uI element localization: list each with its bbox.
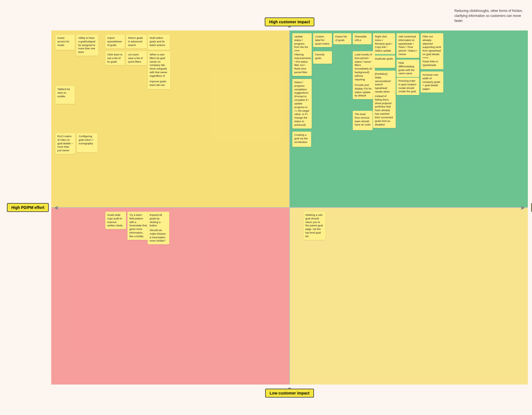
arrow-right-icon: ▶ (521, 204, 525, 211)
card-tr21[interactable]: Creating a goal via the omnibutton (292, 132, 311, 147)
card-tr4[interactable]: Shareable URLs (353, 33, 372, 44)
card-tr15[interactable]: Provide and display tTls for status upda… (353, 82, 375, 99)
card-tl4[interactable]: Return goals in advanced search (126, 35, 147, 48)
card-tr6[interactable]: Add contextual information to typeaheads… (397, 33, 419, 58)
card-tr19[interactable]: The toast from remove team should have a… (353, 111, 373, 130)
card-bl2[interactable]: Try a team field pattern with a hoversta… (127, 212, 149, 240)
card-bl1[interactable]: Goals-wide copy audit to improve written… (105, 212, 126, 229)
card-tr11[interactable]: Duplicate goals (373, 55, 395, 68)
arrow-left-icon: ◀ (54, 204, 58, 211)
card-tl12[interactable]: Configuring goal colors + iconography (77, 133, 98, 152)
matrix-wrapper: High customer impact Low customer impact… (51, 7, 528, 408)
horizontal-axis (51, 207, 528, 208)
card-tl1[interactable]: Guest access for Goals (55, 35, 75, 50)
card-tr12[interactable]: Help differentiating goals with the same… (397, 60, 419, 77)
card-br1[interactable]: Deleting a sub-goal should return you to… (303, 212, 326, 240)
card-tr18[interactable]: Increase max width of company goals + go… (421, 71, 443, 93)
card-bl4[interactable]: Should we make Mission & Description mor… (148, 227, 169, 244)
card-tr14[interactable]: Status / progress completion suggestions… (292, 79, 312, 129)
card-tr8[interactable]: Filtering improvements: • Put status fil… (292, 51, 312, 76)
card-tl6[interactable]: Click team to see a list of its goals (105, 51, 125, 65)
quadrant-bottom-left (51, 208, 290, 385)
card-tr10[interactable]: Load results of time period / status / o… (353, 51, 375, 86)
card-tr3[interactable]: Export list of goals (333, 33, 351, 44)
card-tr7[interactable]: Filter out already-attached supporting w… (421, 33, 443, 62)
card-tr17[interactable]: Pressing enter in goal creation modal sh… (397, 78, 419, 95)
card-tl11[interactable]: RACI matrix of roles on goal details – m… (55, 133, 75, 154)
low-customer-label: Low customer impact (265, 389, 314, 398)
matrix-layout: Reducing clickthroughs, other forms of f… (0, 0, 532, 415)
card-tl3[interactable]: Import spreadsheet of goals (105, 35, 125, 48)
card-tl10[interactable]: Tabbed list view on mobile (55, 86, 75, 104)
card-tr2[interactable]: Custom label for quant metric (313, 33, 332, 47)
card-tl9[interactable]: Improve goals team tab nav (148, 78, 170, 89)
card-tr9[interactable]: Favorite goals (313, 51, 332, 64)
card-bl3[interactable]: Expand all goals by clicking a button (148, 212, 169, 229)
card-tl7[interactable]: Let users save a list of quick filters (126, 51, 147, 65)
card-tr13[interactable]: Paste links in typeaheads (421, 58, 443, 69)
card-tl5[interactable]: Multi-select goals and do batch actions (148, 35, 170, 50)
high-pd-label: High PD/PM effort (7, 203, 49, 212)
card-tr20[interactable]: Instead of hiding them, show projects/ p… (373, 93, 396, 128)
card-tr5[interactable]: Right click menu • Rename goal • Copy li… (373, 33, 395, 54)
card-tl2[interactable]: Ability to have a goal/subgoal be assign… (76, 35, 98, 56)
quadrant-top-left (51, 30, 290, 208)
high-customer-label: High customer impact (265, 17, 314, 26)
